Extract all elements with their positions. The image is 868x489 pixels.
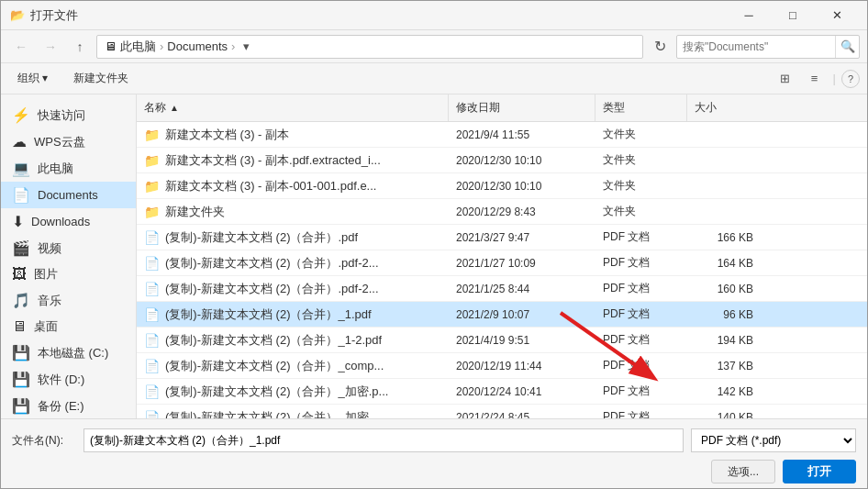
search-button[interactable]: 🔍	[835, 35, 859, 59]
folder-icon: 📁	[144, 205, 160, 219]
maximize-button[interactable]: □	[772, 1, 814, 30]
forward-button[interactable]: →	[38, 34, 63, 60]
file-row[interactable]: 📄 (复制)-新建文本文档 (2)（合并）_加密_... 2021/2/24 8…	[137, 405, 867, 418]
titlebar-controls: ─ □ ✕	[728, 1, 858, 30]
file-date-cell: 2021/9/4 11:55	[449, 125, 595, 145]
wps-drive-icon: ☁	[12, 133, 27, 150]
navigation-toolbar: ← → ↑ 🖥 此电脑 › Documents › ▾ ↻ 🔍	[1, 30, 867, 63]
sidebar-item-backup-e[interactable]: 💾 备份 (E:)	[1, 393, 136, 418]
breadcrumb-documents[interactable]: Documents	[167, 39, 228, 53]
desktop-icon: 🖥	[12, 318, 27, 335]
file-name-text: 新建文本文档 (3) - 副本-001-001.pdf.e...	[165, 178, 376, 194]
open-button[interactable]: 打开	[783, 460, 856, 483]
file-date-cell: 2021/2/9 10:07	[449, 305, 595, 325]
sidebar-item-wps-drive[interactable]: ☁ WPS云盘	[1, 128, 136, 155]
close-button[interactable]: ✕	[816, 1, 858, 30]
file-size-cell	[687, 157, 761, 164]
filename-input[interactable]	[83, 428, 684, 452]
file-name-text: (复制)-新建文本文档 (2)（合并）.pdf-2...	[165, 255, 379, 272]
pdf-icon: 📄	[144, 333, 160, 348]
file-row[interactable]: 📁 新建文本文档 (3) - 副本-001-001.pdf.e... 2020/…	[137, 173, 867, 199]
file-name-cell: 📄 (复制)-新建文本文档 (2)（合并）_加密.p...	[137, 380, 449, 404]
file-row[interactable]: 📁 新建文件夹 2020/12/29 8:43 文件夹	[137, 199, 867, 225]
options-button[interactable]: 选项...	[711, 460, 775, 483]
sidebar-item-music[interactable]: 🎵 音乐	[1, 287, 136, 314]
sidebar-label-this-pc: 此电脑	[38, 161, 125, 177]
sidebar-item-this-pc[interactable]: 💻 此电脑	[1, 155, 136, 182]
search-input[interactable]	[677, 40, 835, 53]
view-grid-button[interactable]: ⊞	[773, 67, 798, 91]
sidebar-item-pictures[interactable]: 🖼 图片	[1, 261, 136, 287]
sidebar-label-software-d: 软件 (D:)	[38, 372, 125, 388]
file-size-cell: 166 KB	[687, 228, 761, 248]
file-date-cell: 2021/3/27 9:47	[449, 228, 595, 248]
file-row[interactable]: 📁 新建文本文档 (3) - 副本.pdf.extracted_i... 202…	[137, 148, 867, 173]
file-date-cell: 2020/12/29 8:43	[449, 202, 595, 222]
col-size-header[interactable]: 大小	[687, 94, 761, 121]
file-row[interactable]: 📄 (复制)-新建文本文档 (2)（合并）_comp... 2020/12/19…	[137, 353, 867, 379]
file-row[interactable]: 📄 (复制)-新建文本文档 (2)（合并）.pdf-2... 2021/1/25…	[137, 276, 867, 302]
col-type-header[interactable]: 类型	[595, 94, 687, 121]
pdf-icon: 📄	[144, 359, 160, 373]
col-name-header[interactable]: 名称	[137, 94, 449, 121]
breadcrumb[interactable]: 🖥 此电脑 › Documents › ▾	[96, 35, 643, 59]
file-name-cell: 📄 (复制)-新建文本文档 (2)（合并）_加密_...	[137, 406, 449, 419]
file-row[interactable]: 📄 (复制)-新建文本文档 (2)（合并）.pdf 2021/3/27 9:47…	[137, 225, 867, 250]
toolbar2-right: ⊞ ≡ | ?	[773, 67, 860, 91]
file-name-text: (复制)-新建文本文档 (2)（合并）.pdf	[165, 229, 358, 246]
sidebar-item-quick-access[interactable]: ⚡ 快速访问	[1, 102, 136, 128]
file-type-cell: PDF 文档	[595, 380, 687, 403]
new-folder-button[interactable]: 新建文件夹	[64, 67, 138, 91]
view-list-button[interactable]: ≡	[802, 67, 828, 91]
sidebar-label-wps-drive: WPS云盘	[34, 134, 125, 150]
sidebar-label-quick-access: 快速访问	[38, 107, 125, 124]
file-list[interactable]: 名称 修改日期 类型 大小 📁 新建文本文档 (3) - 副本 2021/9/4…	[137, 94, 867, 418]
file-row[interactable]: 📁 新建文本文档 (3) - 副本 2021/9/4 11:55 文件夹	[137, 122, 867, 148]
sidebar-item-local-c[interactable]: 💾 本地磁盘 (C:)	[1, 339, 136, 366]
pdf-icon: 📄	[144, 256, 160, 271]
file-size-cell: 164 KB	[687, 253, 761, 273]
sidebar-item-software-d[interactable]: 💾 软件 (D:)	[1, 366, 136, 393]
titlebar-title: 打开文件	[30, 7, 728, 24]
breadcrumb-root[interactable]: 此电脑	[120, 39, 156, 55]
file-row[interactable]: 📄 (复制)-新建文本文档 (2)（合并）_加密.p... 2020/12/24…	[137, 379, 867, 405]
file-row[interactable]: 📄 (复制)-新建文本文档 (2)（合并）_1.pdf 2021/2/9 10:…	[137, 302, 867, 328]
breadcrumb-dropdown[interactable]: ▾	[239, 39, 253, 54]
filename-label: 文件名(N):	[12, 433, 76, 449]
file-size-cell	[687, 131, 761, 139]
pictures-icon: 🖼	[12, 266, 27, 283]
videos-icon: 🎬	[12, 239, 30, 257]
file-type-cell: PDF 文档	[595, 226, 687, 249]
sidebar-item-documents[interactable]: 📄 Documents	[1, 182, 136, 208]
file-name-text: (复制)-新建文本文档 (2)（合并）_comp...	[165, 358, 384, 374]
sidebar: ⚡ 快速访问☁ WPS云盘💻 此电脑📄 Documents⬇ Downloads…	[1, 94, 137, 418]
file-name-text: (复制)-新建文本文档 (2)（合并）_加密.p...	[165, 383, 388, 400]
refresh-button[interactable]: ↻	[647, 34, 673, 60]
folder-icon: 📁	[144, 179, 160, 194]
back-button[interactable]: ←	[8, 34, 34, 60]
file-type-cell: 文件夹	[595, 149, 687, 172]
file-date-cell: 2021/1/27 10:09	[449, 253, 595, 273]
up-button[interactable]: ↑	[67, 34, 93, 60]
sidebar-item-downloads[interactable]: ⬇ Downloads	[1, 208, 136, 235]
file-row[interactable]: 📄 (复制)-新建文本文档 (2)（合并）.pdf-2... 2021/1/27…	[137, 250, 867, 276]
sidebar-label-documents: Documents	[38, 188, 125, 202]
local-c-icon: 💾	[12, 344, 30, 361]
pdf-icon: 📄	[144, 307, 160, 322]
sidebar-item-videos[interactable]: 🎬 视频	[1, 235, 136, 261]
file-type-cell: PDF 文档	[595, 328, 687, 351]
file-size-cell: 160 KB	[687, 279, 761, 299]
bottom-bar: 文件名(N): PDF 文档 (*.pdf)所有文件 (*.*) 选项... 打…	[1, 418, 867, 488]
sidebar-label-pictures: 图片	[34, 266, 125, 283]
filetype-dropdown[interactable]: PDF 文档 (*.pdf)所有文件 (*.*)	[691, 428, 856, 452]
organize-button[interactable]: 组织 ▾	[8, 67, 57, 91]
file-name-cell: 📁 新建文本文档 (3) - 副本	[137, 123, 449, 147]
sidebar-label-videos: 视频	[38, 240, 125, 257]
sidebar-item-desktop[interactable]: 🖥 桌面	[1, 314, 136, 339]
minimize-button[interactable]: ─	[728, 1, 770, 30]
file-row[interactable]: 📄 (复制)-新建文本文档 (2)（合并）_1-2.pdf 2021/4/19 …	[137, 328, 867, 353]
file-name-cell: 📁 新建文件夹	[137, 200, 449, 224]
file-name-cell: 📁 新建文本文档 (3) - 副本-001-001.pdf.e...	[137, 174, 449, 198]
help-button[interactable]: ?	[841, 70, 860, 88]
col-date-header[interactable]: 修改日期	[449, 94, 595, 121]
